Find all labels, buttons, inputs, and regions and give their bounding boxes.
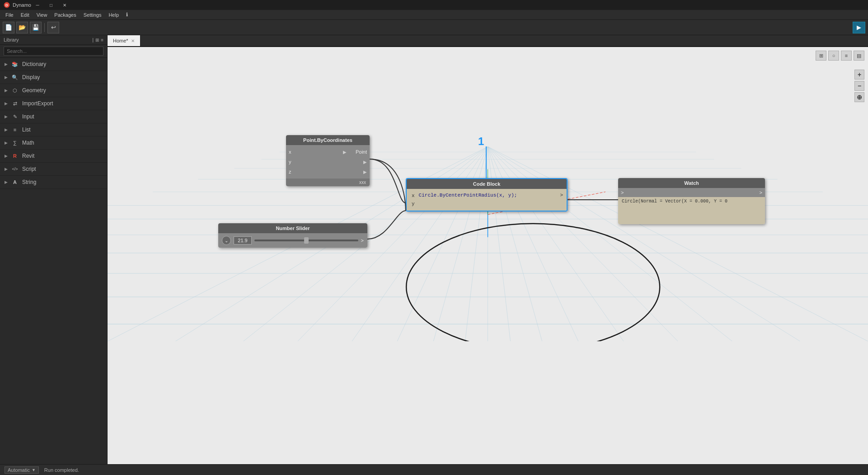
menu-edit[interactable]: Edit (17, 11, 33, 19)
sidebar-item-label: Revit (22, 153, 103, 159)
node-port-z: z ▶ (286, 167, 370, 177)
viewport[interactable]: 1 Point.ByCoordinates x ▶ Point y ▶ (108, 47, 868, 464)
canvas-ctrl-btn-1[interactable]: ⊞ (816, 51, 826, 61)
code-text[interactable]: Circle.ByCenterPointRadius(x, y); (419, 193, 558, 198)
chevron-right-icon: ▶ (5, 154, 8, 158)
maximize-button[interactable]: □ (45, 0, 57, 10)
canvas-ctrl-btn-4[interactable]: ▤ (854, 51, 864, 61)
node-point-by-coordinates[interactable]: Point.ByCoordinates x ▶ Point y ▶ z ▶ (286, 135, 370, 186)
library-icon-2[interactable]: ⊞ (95, 38, 99, 42)
sidebar-item-list[interactable]: ▶ ≡ List (0, 123, 107, 136)
node-number-slider[interactable]: Number Slider ⌄ 21.9 > (218, 223, 367, 248)
svg-text:D: D (5, 3, 8, 7)
save-button[interactable]: 💾 (30, 22, 42, 33)
chevron-right-icon: ▶ (5, 127, 8, 132)
menubar: File Edit View Packages Settings Help ℹ (0, 10, 868, 20)
geometry-icon: ⬡ (11, 87, 19, 94)
node-slider-body: ⌄ 21.9 > (218, 233, 367, 248)
script-icon: </> (11, 165, 19, 173)
slider-track[interactable] (254, 240, 358, 241)
sidebar-item-string[interactable]: ▶ A String (0, 176, 107, 189)
undo-button[interactable]: ↩ (47, 22, 59, 33)
library-icons: | ⊞ ≡ (93, 38, 103, 42)
statusbar: Automatic ▼ Run completed. (0, 464, 868, 475)
node-point-header: Point.ByCoordinates (286, 135, 370, 145)
menu-file[interactable]: File (2, 11, 17, 19)
toolbar-separator (44, 23, 45, 32)
menu-settings[interactable]: Settings (80, 11, 105, 19)
titlebar: D Dynamo ─ □ ✕ (0, 0, 868, 10)
dictionary-icon: 📚 (11, 61, 19, 68)
sidebar-item-label: ImportExport (22, 100, 103, 107)
chevron-right-icon: ▶ (5, 180, 8, 184)
zoom-in-button[interactable]: + (854, 70, 864, 80)
zoom-fit-button[interactable]: ⊕ (854, 92, 864, 102)
watch-port-out: > (760, 190, 762, 195)
library-title: Library (4, 37, 19, 42)
run-mode-dropdown[interactable]: Automatic ▼ (5, 466, 39, 474)
string-icon: A (11, 179, 19, 186)
sidebar-item-script[interactable]: ▶ </> Script (0, 163, 107, 176)
canvas-area: Home* ✕ (108, 35, 868, 464)
slider-value[interactable]: 21.9 (234, 236, 252, 245)
open-button[interactable]: 📂 (16, 22, 28, 33)
node-watch[interactable]: Watch > > Circle(Normal = Vector(X = 0.0… (618, 178, 765, 224)
sidebar-item-dictionary[interactable]: ▶ 📚 Dictionary (0, 58, 107, 71)
sidebar-item-label: Math (22, 140, 103, 146)
sidebar-item-label: List (22, 127, 103, 133)
node-port-y: y ▶ (286, 157, 370, 167)
sidebar-item-display[interactable]: ▶ 🔍 Display (0, 71, 107, 84)
slider-port-right: > (361, 238, 364, 243)
sidebar-item-input[interactable]: ▶ ✎ Input (0, 110, 107, 123)
sidebar-item-importexport[interactable]: ▶ ⇄ ImportExport (0, 97, 107, 110)
canvas-ctrl-btn-3[interactable]: ≡ (841, 51, 852, 61)
sidebar-item-label: Script (22, 166, 103, 172)
menu-help[interactable]: Help (105, 11, 122, 19)
node-codeblock-body: x y Circle.ByCenterPointRadius(x, y); > (407, 189, 567, 211)
list-icon: ≡ (11, 126, 19, 133)
search-input[interactable] (4, 47, 103, 56)
menu-packages[interactable]: Packages (51, 11, 80, 19)
tab-close-icon[interactable]: ✕ (131, 38, 135, 43)
zoom-out-button[interactable]: − (854, 81, 864, 91)
watch-output-text: Circle(Normal = Vector(X = 0.000, Y = 0 (622, 199, 727, 204)
zoom-controls: + − ⊕ (854, 70, 864, 102)
node-code-block[interactable]: Code Block x y Circle.ByCenterPointRadiu… (406, 178, 568, 212)
node-point-footer: xxx (286, 179, 370, 186)
revit-icon: R (11, 152, 19, 160)
node-watch-header: Watch (618, 178, 765, 188)
input-icon: ✎ (11, 113, 19, 120)
menu-info[interactable]: ℹ (122, 11, 131, 19)
slider-thumb[interactable] (304, 237, 309, 244)
dropdown-arrow-icon: ▼ (32, 468, 36, 472)
chevron-right-icon: ▶ (5, 167, 8, 171)
sidebar-item-geometry[interactable]: ▶ ⬡ Geometry (0, 84, 107, 97)
tab-home[interactable]: Home* ✕ (108, 35, 141, 46)
library-icon-1[interactable]: | (93, 38, 94, 42)
sidebar-item-revit[interactable]: ▶ R Revit (0, 150, 107, 163)
run-status-text: Run completed. (44, 467, 79, 473)
run-button[interactable]: ▶ (853, 22, 865, 33)
tab-label: Home* (113, 38, 128, 43)
toolbar: 📄 📂 💾 ↩ ▶ (0, 20, 868, 35)
menu-view[interactable]: View (33, 11, 51, 19)
chevron-right-icon: ▶ (5, 114, 8, 119)
chevron-right-icon: ▶ (5, 75, 8, 80)
search-box (0, 45, 107, 58)
sidebar: Library | ⊞ ≡ ▶ 📚 Dictionary ▶ 🔍 Display… (0, 35, 108, 464)
chevron-right-icon: ▶ (5, 62, 8, 66)
sidebar-item-label: Geometry (22, 87, 103, 94)
importexport-icon: ⇄ (11, 100, 19, 107)
canvas-ctrl-btn-2[interactable]: ○ (828, 51, 839, 61)
node-watch-output: Circle(Normal = Vector(X = 0.000, Y = 0 (618, 197, 765, 224)
sidebar-item-math[interactable]: ▶ ∑ Math (0, 136, 107, 150)
library-icon-3[interactable]: ≡ (101, 38, 103, 42)
new-button[interactable]: 📄 (3, 22, 14, 33)
node-port-x: x ▶ Point (286, 147, 370, 157)
code-port-right: > (560, 193, 563, 198)
minimize-button[interactable]: ─ (31, 0, 44, 10)
slider-expand-button[interactable]: ⌄ (222, 236, 231, 245)
sidebar-item-label: Dictionary (22, 61, 103, 67)
node-point-body: x ▶ Point y ▶ z ▶ (286, 145, 370, 179)
close-button[interactable]: ✕ (58, 0, 71, 10)
